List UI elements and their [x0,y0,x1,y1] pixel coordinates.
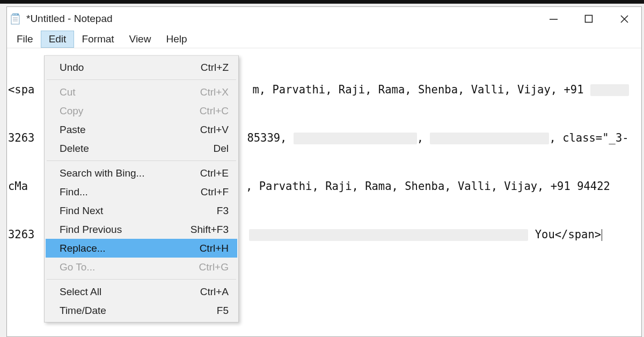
window-title: *Untitled - Notepad [26,13,544,25]
menu-item-shortcut: Ctrl+E [200,167,229,179]
menu-help[interactable]: Help [158,31,194,48]
menu-item-shortcut: F5 [217,305,229,317]
menu-file[interactable]: File [9,31,41,48]
menu-item-delete[interactable]: DeleteDel [46,139,237,158]
svg-rect-9 [586,16,592,23]
menu-item-shortcut: Ctrl+X [200,86,229,98]
menu-item-copy: CopyCtrl+C [46,101,237,120]
menu-separator [47,79,236,80]
menu-item-label: Find Previous [60,224,191,236]
menu-item-paste[interactable]: PasteCtrl+V [46,120,237,139]
menu-item-replace[interactable]: Replace...Ctrl+H [46,239,237,258]
menu-item-label: Paste [60,124,200,136]
menubar: File Edit Format View Help [7,31,641,48]
menu-item-shortcut: Ctrl+Z [201,62,229,74]
menu-item-shortcut: Ctrl+G [199,261,229,273]
menu-item-label: Replace... [60,243,200,254]
menu-item-label: Select All [60,286,200,298]
menu-item-cut: CutCtrl+X [46,83,237,101]
menu-item-label: Delete [60,143,213,155]
svg-point-3 [14,14,16,15]
edit-menu-dropdown: UndoCtrl+ZCutCtrl+XCopyCtrl+CPasteCtrl+V… [44,55,239,323]
menu-item-select-all[interactable]: Select AllCtrl+A [46,282,237,301]
menu-item-find[interactable]: Find...Ctrl+F [46,182,237,201]
window-controls [544,9,638,28]
menu-item-undo[interactable]: UndoCtrl+Z [46,58,237,77]
menu-separator [47,160,236,161]
menu-item-label: Go To... [60,261,199,273]
titlebar: *Untitled - Notepad [7,7,641,31]
menu-view[interactable]: View [122,31,159,48]
menu-item-find-next[interactable]: Find NextF3 [46,201,237,220]
menu-item-label: Undo [60,62,201,74]
menu-item-label: Time/Date [60,305,217,317]
menu-item-label: Find... [60,186,201,198]
svg-point-2 [13,14,14,15]
menu-separator [47,279,236,280]
notepad-icon [10,13,21,25]
minimize-button[interactable] [544,9,563,28]
menu-item-go-to: Go To...Ctrl+G [46,258,237,276]
text-cursor [602,229,602,241]
menu-item-time-date[interactable]: Time/DateF5 [46,301,237,320]
menu-edit[interactable]: Edit [41,31,75,48]
menu-item-shortcut: Ctrl+F [201,186,229,198]
menu-item-search-with-bing[interactable]: Search with Bing...Ctrl+E [46,164,237,182]
menu-item-label: Find Next [60,205,217,217]
menu-item-shortcut: F3 [217,205,229,217]
menu-item-shortcut: Ctrl+V [200,124,229,136]
menu-item-label: Copy [60,105,200,117]
menu-format[interactable]: Format [74,31,121,48]
menu-item-shortcut: Ctrl+H [200,243,229,254]
menu-item-shortcut: Ctrl+A [200,286,229,298]
menu-item-label: Search with Bing... [60,167,200,179]
maximize-button[interactable] [579,9,598,28]
svg-point-4 [16,14,17,15]
menu-item-shortcut: Ctrl+C [200,105,229,117]
menu-item-shortcut: Del [213,143,229,155]
close-button[interactable] [614,9,634,28]
menu-item-shortcut: Shift+F3 [191,224,229,236]
menu-item-label: Cut [60,86,200,98]
menu-item-find-previous[interactable]: Find PreviousShift+F3 [46,220,237,239]
